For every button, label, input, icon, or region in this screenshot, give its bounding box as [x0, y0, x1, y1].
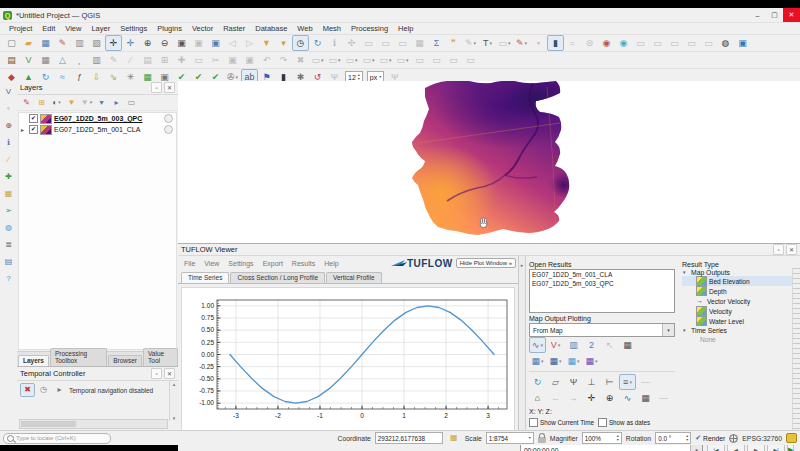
point-annotation-icon[interactable]: ◦	[530, 35, 547, 51]
redo-icon[interactable]: ↷	[275, 52, 292, 68]
save-layer-edits-icon[interactable]: ▤	[139, 52, 156, 68]
subplot-config-icon[interactable]: ∿	[619, 390, 636, 406]
plugin-e-icon[interactable]: ▭	[700, 35, 717, 51]
menu-item[interactable]: Project	[4, 24, 37, 33]
close-panel-icon[interactable]: ✕	[786, 244, 797, 255]
menu-item[interactable]: Web	[292, 24, 317, 33]
measure-icon[interactable]: =	[564, 35, 581, 51]
measure-tool-icon[interactable]: ∕	[0, 151, 17, 168]
row-d-disabled-icon[interactable]: —	[655, 390, 672, 406]
pan-plot-icon[interactable]: ✛	[583, 390, 600, 406]
horizontal-scrollbar[interactable]	[19, 419, 168, 429]
tuflow-menu-item[interactable]: Export	[263, 260, 283, 267]
map-output-velocity-icon[interactable]: ▦	[547, 353, 564, 369]
data-source-manager-icon[interactable]: ▤	[3, 52, 20, 68]
remove-layer-icon[interactable]: ▭	[124, 96, 139, 110]
close-panel-icon[interactable]: ✕	[164, 82, 175, 93]
zoom-last-icon[interactable]: ◁	[224, 35, 241, 51]
zoom-plot-icon[interactable]: ⊕	[601, 390, 618, 406]
temporal-animated-icon[interactable]: ▸	[52, 383, 67, 397]
temporal-off-icon[interactable]: ✖	[20, 383, 35, 397]
plot-flow-icon[interactable]: V	[547, 337, 564, 353]
axis-limits-icon[interactable]: ⊥	[583, 374, 600, 390]
layer-checkbox[interactable]: ✔	[29, 114, 38, 123]
open-result-item[interactable]: EG07_1D2D_5m_001_CLA	[530, 270, 674, 279]
labeling-icon[interactable]: ▭	[309, 52, 326, 68]
manage-themes-icon[interactable]: ◐	[49, 96, 64, 110]
close-panel-icon[interactable]: ✕	[164, 368, 175, 379]
undock-panel-icon[interactable]: ▫	[773, 244, 784, 255]
plot-source-combo[interactable]: From Map▾	[529, 323, 675, 337]
freeze-axis-icon[interactable]: Ψ	[565, 374, 582, 390]
add-virtual-layer-icon[interactable]: ▥	[88, 52, 105, 68]
vector-v-icon[interactable]: V	[0, 83, 17, 100]
secondary-axis-icon[interactable]: 2	[583, 337, 600, 353]
open-attribute-table-icon[interactable]: ▦	[411, 35, 428, 51]
zoom-tool-icon[interactable]: ⊕	[0, 117, 17, 134]
tuflow-menu-item[interactable]: View	[204, 260, 219, 267]
result-type-item[interactable]: Depth	[682, 286, 798, 296]
table-tool-icon[interactable]: ▤	[0, 253, 17, 270]
save-project-icon[interactable]: ▦	[37, 35, 54, 51]
result-type-item[interactable]: Water Level	[682, 316, 798, 326]
text-annotation-icon[interactable]: T	[479, 35, 496, 51]
forward-view-icon[interactable]: →	[565, 390, 582, 406]
refresh-plot-icon[interactable]: ↻	[529, 374, 546, 390]
delete-part-icon[interactable]: ✖	[292, 52, 309, 68]
grid-dark-icon[interactable]: ▦	[619, 337, 636, 353]
zoom-full-icon[interactable]: ▣	[173, 35, 190, 51]
more-tools-d-icon[interactable]: ▭	[462, 52, 479, 68]
cursor-tracking-icon[interactable]: ↖	[601, 337, 618, 353]
crs-status[interactable]: EPSG:32760	[742, 435, 782, 442]
layers-tool-icon[interactable]: ≣	[0, 236, 17, 253]
measure-area-icon[interactable]: ⊜	[581, 35, 598, 51]
menu-item[interactable]: Settings	[115, 24, 152, 33]
menu-item[interactable]: Database	[250, 24, 292, 33]
arrow-tool-icon[interactable]: ➢	[0, 202, 17, 219]
vertical-scrollbar[interactable]	[792, 268, 800, 440]
delete-selected-icon[interactable]: ▭	[190, 52, 207, 68]
dock-tab[interactable]: Browser	[108, 355, 142, 366]
add-raster-layer-icon[interactable]: ▦	[37, 52, 54, 68]
paste-features-icon[interactable]: ▣	[241, 52, 258, 68]
check-geometry-icon[interactable]: ◉	[598, 35, 615, 51]
dock-tab[interactable]: Layers	[18, 355, 49, 366]
layer-indicator-icon[interactable]	[164, 114, 173, 123]
legend-menu-icon[interactable]: ≡	[619, 374, 636, 390]
menu-item[interactable]: Plugins	[152, 24, 187, 33]
filter-expression-icon[interactable]: ▼	[79, 96, 94, 110]
cut-features-icon[interactable]: ✂	[207, 52, 224, 68]
undock-panel-icon[interactable]: ▫	[151, 368, 162, 379]
select-features-icon[interactable]: ▭	[360, 35, 377, 51]
new-annotation-icon[interactable]: ✎	[462, 35, 479, 51]
plot-splitter[interactable]: ▸	[519, 256, 526, 442]
table-results-icon[interactable]: ▥	[565, 337, 582, 353]
menu-item[interactable]: Vector	[187, 24, 218, 33]
menu-item[interactable]: Processing	[346, 24, 393, 33]
topology-checker-icon[interactable]: ◉	[615, 35, 632, 51]
vertical-scrollbar[interactable]: ▴▾	[169, 381, 178, 421]
diagram-icon[interactable]: ▭	[326, 52, 343, 68]
form-annotation-icon[interactable]: ▭	[496, 35, 513, 51]
dock-tab[interactable]: Processing Toolbox	[50, 348, 107, 366]
open-result-item[interactable]: EG07_1D2D_5m_003_QPC	[530, 279, 674, 288]
temporal-fixed-range-icon[interactable]: ◷	[36, 383, 51, 397]
result-type-item[interactable]: Vector Velocity	[682, 296, 798, 306]
tree-group[interactable]: Time Series	[682, 327, 798, 334]
tuflow-menu-item[interactable]: Results	[292, 260, 315, 267]
hide-plot-window-button[interactable]: Hide Plot Window »	[456, 258, 516, 268]
expand-all-icon[interactable]: ▾	[94, 96, 109, 110]
tuflow-menu-item[interactable]: File	[184, 260, 195, 267]
rotation-field[interactable]: 0.0 °▴▾	[655, 432, 691, 444]
current-edits-icon[interactable]: ✎	[105, 52, 122, 68]
zoom-next-icon[interactable]: ▷	[241, 35, 258, 51]
show-bookmarks-icon[interactable]: ▾	[275, 35, 292, 51]
collapse-all-icon[interactable]: ▸	[109, 96, 124, 110]
decoration-icon[interactable]: ▭	[360, 52, 377, 68]
clear-plot-icon[interactable]: ▱	[547, 374, 564, 390]
add-delimited-text-icon[interactable]: ¸	[71, 52, 88, 68]
result-type-item[interactable]: None	[682, 334, 798, 344]
advanced-digitizing-icon[interactable]: ▭	[377, 52, 394, 68]
flip-axis-icon[interactable]: ⊢	[601, 374, 618, 390]
map-canvas[interactable]	[178, 81, 800, 243]
